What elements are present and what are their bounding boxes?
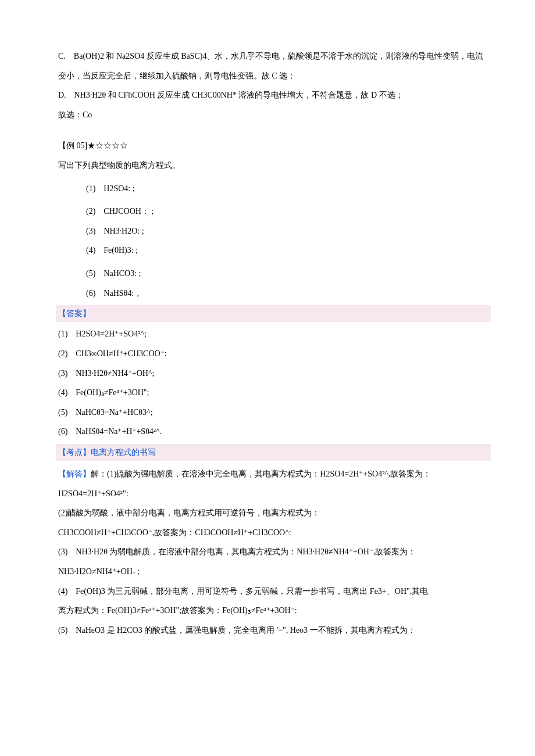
answer-5: (5) NaHCθ3=Na⁺+HCθ3^; <box>58 403 488 422</box>
jieda-line-5: (5) NaHeO3 是 H2CO3 的酸式盐，属强电解质，完全电离用 '᠍="… <box>58 621 488 640</box>
question-5: (5) NaHCO3: ; <box>58 264 488 284</box>
jieda-label: 【解答】 <box>58 470 91 478</box>
example-05-prompt: 写出下列典型物质的电离方程式。 <box>58 156 488 175</box>
answer-2: (2) CH3∞OH≠H⁺+CH3COO⁻: <box>58 344 488 364</box>
kaodian-label: 【考点】 <box>58 448 91 457</box>
answer-label: 【答案】 <box>58 309 91 318</box>
jieda-line-3b: NH3·H2O≠NH4⁺+OH- ; <box>58 562 488 582</box>
answer-4: (4) Fe(OH)₃≠Fe³⁺+3OH"; <box>58 383 488 403</box>
jieda-line-3a: (3) NH3·H2θ 为弱电解质，在溶液中部分电离，其电离方程式为：NH3·H… <box>58 542 488 562</box>
jieda-line-2a: (2)醋酸为弱酸，液中部分电离，电离方程式用可逆符号，电离方程式为： <box>58 503 488 523</box>
question-2: (2) CHJCOOH： ; <box>58 202 488 221</box>
jieda-line-1a: 【解答】解：(1)硫酸为强电解质，在溶液中完全电离，其电离方程式为：H2SO4=… <box>58 464 488 484</box>
jieda-line-2b: CH3COOH≠H⁺+CH3COO⁻,故答案为：CH3COOH≠H⁺+CH3CO… <box>58 523 488 543</box>
question-6: (6) NaHSθ4: 。 <box>58 284 488 303</box>
jieda-line-4b: 离方程式为：Fe(OH)3≠Fe³⁺+3OH";故答案为：Fe(OH)₃≠Fe³… <box>58 601 488 621</box>
kaodian-text: 电离方程式的书写 <box>91 448 156 457</box>
answer-6: (6) NaHSθ4=Na⁺+H⁺+Sθ4²^. <box>58 422 488 442</box>
answer-banner: 【答案】 <box>56 305 491 322</box>
question-4: (4) Fe(0H)3: ; <box>58 241 488 260</box>
therefore-text: 故选：Co <box>58 105 488 125</box>
option-c-text: C. Ba(OH)2 和 Na2SO4 反应生成 BaSC)4、水，水几乎不导电… <box>58 46 488 85</box>
jieda-line-4a: (4) Fe(OH)3 为三元弱碱，部分电离，用可逆符号，多元弱碱，只需一步书写… <box>58 582 488 601</box>
answer-3: (3) NH3·H2θ≠NH4⁺+OH^; <box>58 364 488 384</box>
jieda-text-1a: 解：(1)硫酸为强电解质，在溶液中完全电离，其电离方程式为：H2SO4=2H⁺+… <box>91 470 431 478</box>
example-05-header: 【例 05]★☆☆☆☆ <box>58 136 488 156</box>
option-d-text: D. NH3·H2θ 和 CFhCOOH 反应生成 CH3C00NH* 溶液的导… <box>58 85 488 105</box>
document-page: C. Ba(OH)2 和 Na2SO4 反应生成 BaSC)4、水，水几乎不导电… <box>0 0 535 663</box>
question-1: (1) H2SO4: ; <box>58 179 488 199</box>
answer-1: (1) H2SO4=2H⁺+SO4²^; <box>58 324 488 344</box>
kaodian-banner: 【考点】电离方程式的书写 <box>56 444 491 461</box>
jieda-line-1b: H2SO4=2H⁺+SO4²": <box>58 484 488 504</box>
question-3: (3) NH3·H2O: ; <box>58 221 488 241</box>
